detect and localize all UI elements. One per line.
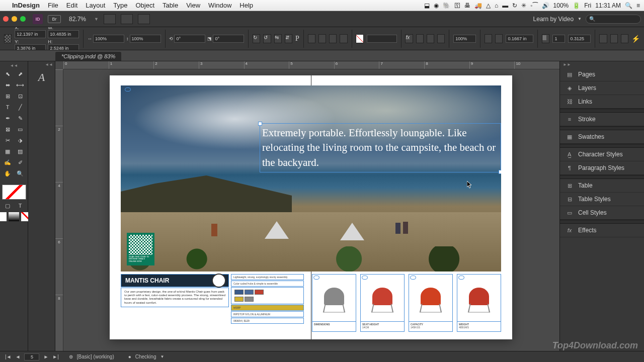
- spec-box[interactable]: MSRP: [231, 305, 304, 311]
- panel-stroke[interactable]: ≡Stroke: [560, 113, 644, 126]
- align-panel[interactable]: [621, 34, 628, 43]
- qr-code[interactable]: SCAN THIS CODE TO BROWSE DEALS ONLINE NO…: [127, 233, 154, 265]
- spec-box[interactable]: 083654 | $129: [231, 318, 304, 324]
- text-wrap-2[interactable]: [437, 34, 445, 43]
- flip-v[interactable]: ⇵: [285, 34, 292, 43]
- maximize-button[interactable]: [20, 16, 26, 22]
- fill-stroke[interactable]: [2, 185, 26, 200]
- menu-type[interactable]: Type: [113, 2, 127, 9]
- spec-box[interactable]: Lightweight, strong, surprisingly sturdy…: [231, 274, 304, 280]
- chair-card[interactable]: WEIGHT485GMS: [457, 274, 501, 332]
- content-collector[interactable]: ⊞: [2, 91, 14, 101]
- preflight-status[interactable]: Checking: [135, 354, 156, 359]
- product-info-block[interactable]: MANTIS CHAIR ★ Our own proprietary desig…: [121, 274, 307, 332]
- fx-button[interactable]: fx: [405, 34, 413, 43]
- zoom-level[interactable]: 82.7%: [69, 16, 86, 23]
- flip-h[interactable]: ⇋: [274, 34, 282, 43]
- zoom-dropdown-icon[interactable]: ▼: [94, 17, 99, 22]
- transform-tool[interactable]: ⬗: [15, 135, 26, 145]
- document-tab[interactable]: *Clipping.indd @ 83%: [55, 52, 121, 61]
- learn-dropdown-icon[interactable]: ▼: [578, 17, 582, 21]
- chair-card[interactable]: SEAT HEIGHT14CM: [360, 274, 405, 332]
- select-next[interactable]: [340, 34, 347, 43]
- app-name[interactable]: InDesign: [12, 2, 40, 9]
- dropbox-icon[interactable]: ⬓: [424, 2, 430, 9]
- stroke-weight[interactable]: [367, 35, 397, 43]
- page-tool[interactable]: ⬌: [2, 80, 14, 90]
- menu-object[interactable]: Object: [136, 2, 155, 9]
- select-content[interactable]: [318, 34, 326, 43]
- content-placer[interactable]: ⊡: [15, 91, 26, 101]
- rotate-ccw[interactable]: ↺: [263, 34, 271, 43]
- gap-tool[interactable]: ⟷: [15, 80, 26, 90]
- menu-view[interactable]: View: [186, 2, 200, 9]
- color-swatches[interactable]: [231, 287, 304, 304]
- bt-icon[interactable]: ✳: [521, 2, 526, 9]
- apply-color[interactable]: [0, 212, 7, 222]
- search-input[interactable]: 🔍: [586, 15, 641, 24]
- volume-icon[interactable]: 🔊: [542, 2, 549, 9]
- product-title[interactable]: MANTIS CHAIR ★: [121, 274, 229, 287]
- battery-icon2[interactable]: ▬: [502, 2, 508, 9]
- printer-icon[interactable]: 🖶: [464, 2, 470, 9]
- opacity-input[interactable]: [453, 35, 476, 43]
- document-page[interactable]: Extremely portable. Effortlessly loungab…: [110, 75, 512, 339]
- note-tool[interactable]: ✍: [2, 157, 14, 167]
- truck-icon[interactable]: 🚚: [474, 2, 482, 9]
- panel-table-styles[interactable]: ⊟Table Styles: [560, 193, 644, 206]
- select-container[interactable]: [308, 34, 315, 43]
- minimize-button[interactable]: [12, 16, 17, 22]
- panel-links[interactable]: ⛓Links: [560, 95, 644, 109]
- panel-layers[interactable]: ◈Layers: [560, 81, 644, 95]
- spec-box[interactable]: RIPSTOP NYLON & ALUMINUM: [231, 311, 304, 317]
- home-icon[interactable]: ⌂: [495, 2, 498, 9]
- gdrive-icon[interactable]: △: [486, 2, 491, 9]
- menu-edit[interactable]: Edit: [66, 2, 77, 9]
- align-middle[interactable]: [610, 34, 618, 43]
- panel-char-styles[interactable]: A̲Character Styles: [560, 148, 644, 161]
- view-options-1[interactable]: [104, 14, 116, 24]
- glyphs-icon[interactable]: A: [28, 68, 55, 84]
- cc-libraries-panel[interactable]: ◄◄ A: [28, 61, 55, 351]
- h-input[interactable]: [48, 44, 79, 51]
- notif-icon[interactable]: ≡: [636, 2, 640, 9]
- columns-icon[interactable]: |||: [542, 34, 549, 43]
- menu-table[interactable]: Table: [163, 2, 178, 9]
- text-wrap-1[interactable]: [427, 34, 434, 43]
- close-button[interactable]: [3, 16, 9, 22]
- menu-file[interactable]: File: [48, 2, 58, 9]
- menu-window[interactable]: Window: [208, 2, 231, 9]
- battery-icon[interactable]: 🔋: [573, 2, 580, 9]
- panel-table[interactable]: ⊞Table: [560, 179, 644, 193]
- menu-layout[interactable]: Layout: [86, 2, 105, 9]
- x-input[interactable]: [15, 30, 46, 38]
- sync-icon[interactable]: ↻: [512, 2, 517, 9]
- panel-cell-styles[interactable]: ▭Cell Styles: [560, 206, 644, 220]
- cc-icon[interactable]: ◉: [434, 2, 439, 9]
- chair-card[interactable]: CAPACITY145KGS: [409, 274, 453, 332]
- view-options-2[interactable]: [121, 14, 133, 24]
- arrange-docs[interactable]: [138, 14, 150, 24]
- fit-frame-1[interactable]: [485, 34, 492, 43]
- hero-text-frame[interactable]: Extremely portable. Effortlessly loungab…: [260, 123, 501, 172]
- pen-tool[interactable]: ✒: [2, 113, 14, 123]
- eyedropper-tool[interactable]: ✐: [15, 157, 26, 167]
- stroke-wt-input[interactable]: [506, 35, 533, 43]
- gradient-tool[interactable]: ▦: [2, 146, 14, 156]
- align-top[interactable]: [599, 34, 607, 43]
- next-page-button[interactable]: ►: [43, 354, 48, 359]
- format-text[interactable]: T: [15, 201, 26, 211]
- selection-tool[interactable]: ⬉: [2, 69, 14, 79]
- scale-y[interactable]: [130, 35, 161, 43]
- rectangle-frame[interactable]: ⊠: [2, 124, 14, 134]
- first-page-button[interactable]: |◄: [5, 354, 12, 359]
- spotlight-icon[interactable]: 🔍: [625, 2, 632, 9]
- reference-point[interactable]: [4, 34, 12, 43]
- evernote-icon[interactable]: 🐘: [443, 2, 450, 9]
- zoom-tool[interactable]: 🔍: [15, 168, 26, 178]
- page-number-input[interactable]: [24, 353, 39, 360]
- wifi-icon[interactable]: ◦⁀: [530, 2, 537, 9]
- apply-gradient[interactable]: [8, 212, 20, 222]
- lightning-icon[interactable]: ⚡: [631, 35, 640, 43]
- scale-x[interactable]: [93, 35, 124, 43]
